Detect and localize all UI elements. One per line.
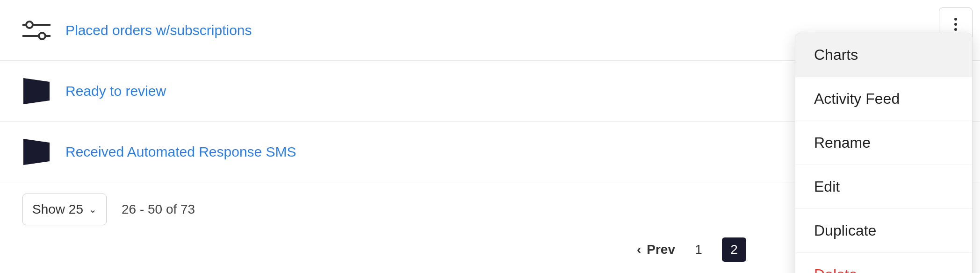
dropdown-item-charts[interactable]: Charts (795, 33, 972, 77)
pagination-range: 26 - 50 of 73 (122, 202, 195, 217)
svg-marker-7 (23, 139, 50, 165)
dropdown-item-rename[interactable]: Rename (795, 121, 972, 165)
row-2-text[interactable]: Ready to review (65, 83, 166, 99)
flag-icon-2 (22, 139, 50, 165)
dropdown-activity-feed-label: Activity Feed (814, 90, 900, 108)
dropdown-item-duplicate[interactable]: Duplicate (795, 209, 972, 253)
dropdown-edit-label: Edit (814, 178, 840, 195)
row-1-text[interactable]: Placed orders w/subscriptions (65, 22, 252, 38)
flag-icon-1 (22, 78, 50, 104)
main-container: Placed orders w/subscriptions Ready to r… (0, 0, 980, 273)
pagination-nav: ‹ Prev 1 2 (637, 237, 746, 262)
dropdown-menu: Charts Activity Feed Rename Edit Duplica… (795, 33, 973, 273)
svg-marker-6 (23, 78, 50, 104)
svg-point-0 (26, 22, 33, 28)
dropdown-rename-label: Rename (814, 134, 871, 151)
filter-icon (22, 19, 50, 42)
dropdown-item-activity-feed[interactable]: Activity Feed (795, 77, 972, 121)
dropdown-delete-label: Delete (814, 266, 858, 273)
dropdown-item-delete[interactable]: Delete (795, 253, 972, 273)
prev-label: Prev (647, 242, 675, 257)
row-3-text[interactable]: Received Automated Response SMS (65, 144, 296, 160)
show-select[interactable]: Show 25 ⌄ (22, 194, 107, 225)
more-dots-icon (954, 18, 957, 31)
svg-point-3 (39, 33, 45, 39)
chevron-down-icon: ⌄ (89, 204, 97, 215)
show-select-label: Show 25 (32, 202, 83, 217)
page-2[interactable]: 2 (722, 237, 746, 262)
page-1[interactable]: 1 (686, 237, 711, 262)
dropdown-charts-label: Charts (814, 46, 858, 64)
dropdown-duplicate-label: Duplicate (814, 222, 876, 239)
dropdown-item-edit[interactable]: Edit (795, 165, 972, 209)
prev-button[interactable]: ‹ Prev (637, 242, 675, 257)
prev-chevron-icon: ‹ (637, 242, 641, 257)
